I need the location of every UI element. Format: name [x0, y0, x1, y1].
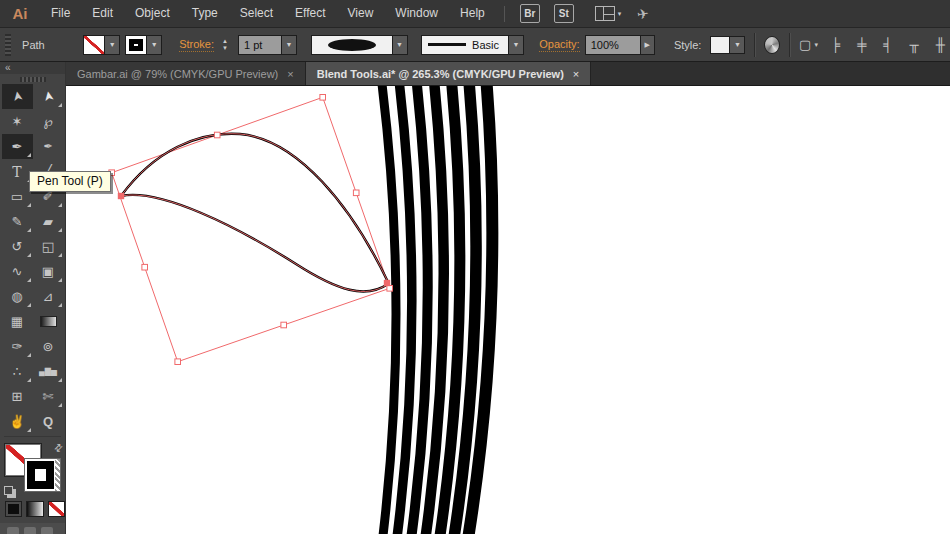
workspace-switcher-icon[interactable] [595, 6, 615, 21]
swap-fill-stroke-icon[interactable]: ⇄ [51, 441, 65, 455]
tool-artboard[interactable]: ⊞ [2, 384, 33, 409]
stroke-weight-stepper[interactable]: ▲ ▼ [219, 38, 231, 52]
chevron-down-icon: ▼ [109, 41, 116, 48]
workspace-caret-icon[interactable]: ▾ [618, 10, 622, 18]
variable-width-profile-select[interactable] [311, 35, 393, 55]
tool-scale[interactable]: ◱ [33, 234, 64, 259]
tool-slice[interactable]: ✄ [33, 384, 64, 409]
document-area: Gambar.ai @ 79% (CMYK/GPU Preview)×Blend… [66, 62, 950, 534]
menu-item-edit[interactable]: Edit [81, 0, 124, 27]
menu-item-type[interactable]: Type [181, 0, 229, 27]
color-button[interactable] [5, 501, 22, 517]
pen-icon: ✒ [12, 139, 23, 154]
opacity-value-field[interactable]: 100% [585, 35, 641, 55]
tool-symbol-sprayer[interactable]: ∴ [2, 359, 33, 384]
transform-menu-button[interactable]: ▢ ▾ [799, 37, 818, 52]
opacity-label-link[interactable]: Opacity: [539, 38, 579, 52]
menu-item-select[interactable]: Select [229, 0, 284, 27]
document-tab-1[interactable]: Gambar.ai @ 79% (CMYK/GPU Preview)× [66, 62, 306, 85]
align-horizontal-left-icon[interactable]: ╞ [831, 37, 840, 52]
selection-type-label: Path [22, 39, 45, 51]
draw-inside-button[interactable] [41, 527, 53, 534]
style-swatch[interactable] [710, 36, 730, 54]
stroke-dropdown-button[interactable]: ▼ [147, 35, 162, 55]
default-fill-stroke-icon[interactable] [4, 486, 13, 495]
align-horizontal-center-icon[interactable]: ╪ [857, 37, 866, 52]
divider [4, 436, 61, 437]
gpu-performance-rocket-icon[interactable]: ✈ [636, 5, 650, 22]
stepper-down-icon[interactable]: ▼ [219, 45, 231, 52]
tool-pen[interactable]: ✒ [2, 134, 33, 159]
tool-rectangle[interactable]: ▭ [2, 184, 33, 209]
rectangle-icon: ▭ [11, 189, 23, 204]
panel-grip[interactable] [5, 34, 11, 56]
tool-rotate[interactable]: ↺ [2, 234, 33, 259]
brush-definition-value: Basic [472, 39, 499, 51]
tool-shape-builder[interactable]: ◍ [2, 284, 33, 309]
bridge-button[interactable]: Br [520, 4, 540, 23]
tool-zoom[interactable]: Q [33, 409, 64, 434]
tool-gradient[interactable] [33, 309, 64, 334]
style-label: Style: [674, 39, 702, 51]
tool-perspective-grid[interactable]: ⊿ [33, 284, 64, 309]
fill-stroke-indicator: ⇄ [2, 442, 64, 493]
tab-close-icon[interactable]: × [287, 68, 293, 80]
tool-curvature[interactable]: ✒ [33, 134, 64, 159]
fill-dropdown-button[interactable]: ▼ [105, 35, 120, 55]
artboard-icon: ⊞ [12, 389, 23, 404]
align-vertical-top-icon[interactable]: ╥ [910, 37, 919, 52]
recolor-artwork-icon[interactable] [764, 36, 780, 54]
opacity-arrow-button[interactable]: ▶ [641, 35, 655, 55]
tool-direct-selection[interactable]: ➤ [33, 84, 64, 109]
zoom-icon: Q [43, 414, 53, 429]
stroke-swatch-black[interactable] [24, 458, 61, 492]
menu-item-help[interactable]: Help [449, 0, 496, 27]
stroke-weight-value[interactable]: 1 pt [238, 35, 282, 55]
tool-magic-wand[interactable]: ✶ [2, 109, 33, 134]
stroke-label-link[interactable]: Stroke: [179, 38, 214, 52]
scale-icon: ◱ [42, 239, 54, 254]
stepper-up-icon[interactable]: ▲ [219, 38, 231, 45]
align-vertical-center-icon[interactable]: ╫ [936, 37, 945, 52]
tools-panel-grip[interactable] [20, 77, 46, 82]
tool-eraser[interactable]: ▰ [33, 209, 64, 234]
tool-type[interactable]: T [2, 159, 33, 184]
magic-wand-icon: ✶ [12, 114, 23, 129]
align-horizontal-right-icon[interactable]: ╡ [883, 37, 892, 52]
draw-normal-button[interactable] [7, 527, 19, 534]
tool-mesh[interactable]: ▦ [2, 309, 33, 334]
tool-eyedropper[interactable]: ✑ [2, 334, 33, 359]
draw-behind-button[interactable] [24, 527, 36, 534]
stock-button[interactable]: St [554, 4, 574, 23]
menu-item-file[interactable]: File [40, 0, 81, 27]
tab-close-icon[interactable]: × [573, 68, 579, 80]
tool-pencil[interactable]: ✎ [2, 209, 33, 234]
none-button[interactable] [48, 501, 65, 517]
menu-separator [504, 6, 505, 22]
tool-hand[interactable]: ✌ [2, 409, 33, 434]
brush-definition-dropdown[interactable]: ▼ [509, 35, 524, 55]
tool-width[interactable]: ∿ [2, 259, 33, 284]
brush-definition-select[interactable]: Basic [421, 35, 509, 55]
style-dropdown[interactable]: ▼ [730, 36, 745, 54]
mesh-icon: ▦ [11, 314, 23, 329]
tools-panel-collapse-button[interactable]: « [0, 62, 65, 74]
menu-item-window[interactable]: Window [384, 0, 449, 27]
gradient-button[interactable] [26, 501, 43, 517]
tool-lasso[interactable]: ℘ [33, 109, 64, 134]
tool-column-graph[interactable]: ▄▇▅ [33, 359, 64, 384]
menu-item-effect[interactable]: Effect [284, 0, 336, 27]
tool-selection[interactable]: ➤ [2, 84, 33, 109]
canvas[interactable] [66, 86, 950, 534]
fill-color-swatch[interactable] [83, 35, 105, 55]
tool-free-transform[interactable]: ▣ [33, 259, 64, 284]
width-profile-dropdown[interactable]: ▼ [393, 35, 408, 55]
stroke-weight-dropdown[interactable]: ▼ [282, 35, 297, 55]
menu-item-view[interactable]: View [337, 0, 385, 27]
menu-item-object[interactable]: Object [124, 0, 181, 27]
selection-bbox [112, 97, 390, 361]
stroke-color-swatch[interactable] [125, 35, 147, 55]
slice-icon: ✄ [43, 389, 54, 404]
tool-blend[interactable]: ⊚ [33, 334, 64, 359]
document-tab-2[interactable]: Blend Tools.ai* @ 265.3% (CMYK/GPU Previ… [306, 62, 592, 85]
